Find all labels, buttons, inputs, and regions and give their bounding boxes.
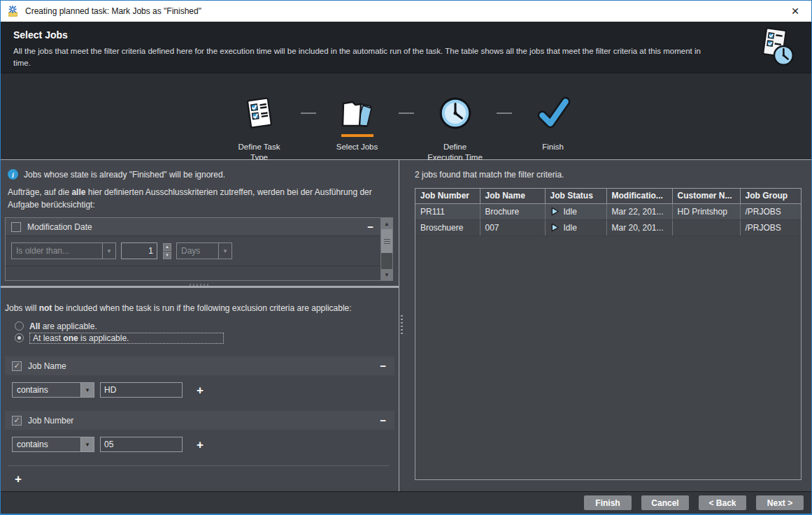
filter-scrollbar: ▲ ▼ — [380, 218, 392, 280]
page-description: All the jobs that meet the filter criter… — [13, 45, 720, 68]
task-list-icon — [242, 95, 277, 131]
radio-icon — [15, 321, 24, 331]
close-button[interactable]: × — [779, 1, 811, 22]
column-customer[interactable]: Customer N... — [672, 189, 740, 203]
horizontal-splitter[interactable] — [1, 286, 399, 288]
add-condition-button[interactable]: + — [197, 384, 204, 396]
add-filter-button[interactable]: + — [15, 472, 22, 486]
footer-bar: Finish Cancel < Back Next > — [1, 491, 811, 514]
column-modification[interactable]: Modificatio... — [606, 189, 672, 203]
job-name-value-input[interactable] — [100, 382, 183, 398]
step-connector — [301, 113, 316, 114]
window-title: Creating planned task: Mark Jobs as "Fin… — [25, 6, 201, 16]
job-name-header: ✓ Job Name − — [5, 356, 394, 375]
clock-icon — [438, 96, 473, 131]
step-indicator — [439, 134, 471, 137]
exclusion-criteria-section: Jobs will not be included when the task … — [1, 288, 399, 491]
job-number-header: ✓ Job Number − — [5, 411, 394, 430]
step-indicator — [243, 134, 276, 137]
title-bar: Creating planned task: Mark Jobs as "Fin… — [1, 1, 811, 22]
scrollbar-track[interactable] — [381, 253, 392, 269]
back-button[interactable]: < Back — [699, 495, 746, 510]
close-icon: × — [791, 3, 799, 19]
divider — [8, 465, 389, 466]
job-number-label: Job Number — [28, 416, 73, 426]
table-header-row: Job Number Job Name Job Status Modificat… — [415, 189, 801, 203]
step-define-task-type[interactable]: Define Task Type — [218, 94, 301, 163]
splitter-grip-icon — [401, 315, 403, 335]
job-name-operator-dropdown[interactable]: contains ▼ — [12, 382, 94, 398]
collapse-button[interactable]: − — [380, 361, 386, 371]
modification-date-label: Modification Date — [27, 222, 92, 232]
date-unit-dropdown[interactable]: Days ▼ — [176, 242, 232, 259]
page-header: Select Jobs All the jobs that meet the f… — [1, 22, 811, 73]
step-label: Select Jobs — [327, 142, 387, 152]
table-row[interactable]: Broschuere 007 Idle Mar 20, 201 — [415, 219, 801, 235]
cancel-button[interactable]: Cancel — [641, 495, 689, 510]
german-note: Aufträge, auf die alle hier definierten … — [8, 186, 385, 211]
date-value-input[interactable] — [121, 242, 157, 259]
scrollbar-thumb[interactable] — [381, 229, 392, 253]
job-name-checkbox[interactable]: ✓ — [12, 361, 22, 371]
folder-icon — [340, 96, 375, 130]
check-icon — [535, 96, 571, 131]
column-job-name[interactable]: Job Name — [480, 189, 545, 203]
play-status-icon — [550, 207, 560, 216]
step-connector — [497, 113, 512, 114]
job-number-checkbox[interactable]: ✓ — [12, 416, 22, 426]
add-condition-button[interactable]: + — [197, 439, 204, 451]
modification-date-group: Modification Date − Is older than... ▼ ▲ — [5, 217, 393, 281]
job-number-filter-group: ✓ Job Number − contains ▼ + — [5, 411, 394, 453]
column-job-number[interactable]: Job Number — [415, 189, 480, 203]
active-step-indicator — [341, 134, 373, 137]
modification-date-checkbox[interactable] — [11, 222, 21, 232]
status-label: Idle — [564, 223, 577, 233]
info-note: Jobs whose state is already "Finished" w… — [24, 170, 225, 180]
modification-date-header: Modification Date − — [6, 218, 380, 236]
spinner-up-icon[interactable]: ▲ — [163, 243, 171, 251]
jobs-table: Job Number Job Name Job Status Modificat… — [415, 188, 802, 480]
step-label: Finish — [523, 142, 583, 152]
column-job-group[interactable]: Job Group — [740, 189, 801, 203]
radio-at-least-one[interactable]: At least one is applicable. — [15, 332, 394, 344]
step-indicator — [537, 134, 569, 137]
content-area: i Jobs whose state is already "Finished"… — [1, 159, 811, 491]
radio-all-applicable[interactable]: All are applicable. — [15, 320, 394, 332]
collapse-button[interactable]: − — [380, 415, 386, 426]
wizard-steps: Define Task Type Select Jobs — [1, 73, 811, 159]
vertical-splitter[interactable] — [399, 160, 404, 491]
spinner-down-icon[interactable]: ▼ — [163, 252, 171, 259]
job-name-label: Job Name — [28, 361, 66, 371]
step-finish[interactable]: Finish — [512, 94, 594, 152]
chevron-down-icon: ▼ — [80, 383, 94, 397]
collapse-button[interactable]: − — [367, 222, 373, 232]
results-panel: 2 jobs found that match the filter crite… — [404, 160, 811, 491]
chevron-down-icon: ▼ — [102, 243, 115, 259]
finish-button[interactable]: Finish — [584, 495, 632, 510]
job-number-operator-dropdown[interactable]: contains ▼ — [12, 437, 94, 452]
play-status-icon — [550, 223, 560, 232]
task-schedule-icon — [754, 27, 797, 68]
app-icon — [7, 5, 20, 17]
chevron-down-icon: ▼ — [80, 437, 94, 451]
results-summary: 2 jobs found that match the filter crite… — [415, 170, 802, 180]
chevron-down-icon: ▼ — [218, 243, 232, 259]
status-label: Idle — [564, 207, 577, 217]
job-number-value-input[interactable] — [100, 437, 183, 452]
table-row[interactable]: PR111 Brochure Idle Mar 22, 201 — [415, 203, 801, 219]
step-connector — [399, 113, 414, 114]
date-operator-dropdown[interactable]: Is older than... ▼ — [11, 242, 116, 259]
radio-icon — [15, 333, 24, 342]
next-button[interactable]: Next > — [756, 495, 804, 510]
column-job-status[interactable]: Job Status — [545, 189, 606, 203]
exclusion-intro: Jobs will not be included when the task … — [5, 303, 394, 313]
step-define-execution-time[interactable]: Define Execution Time — [414, 94, 497, 163]
step-select-jobs[interactable]: Select Jobs — [316, 94, 399, 152]
info-icon: i — [8, 169, 18, 180]
date-value-spinner[interactable]: ▲ ▼ — [163, 243, 171, 259]
job-name-filter-group: ✓ Job Name − contains ▼ + — [5, 356, 394, 398]
wizard-window: Creating planned task: Mark Jobs as "Fin… — [0, 0, 812, 515]
scroll-down-button[interactable]: ▼ — [381, 269, 392, 280]
page-title: Select Jobs — [13, 29, 741, 41]
scroll-up-button[interactable]: ▲ — [381, 218, 392, 229]
